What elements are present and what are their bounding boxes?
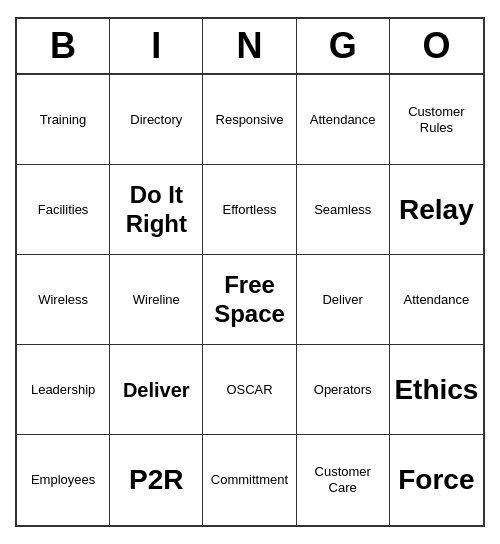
bingo-grid: TrainingDirectoryResponsiveAttendanceCus… [17, 75, 483, 525]
bingo-cell: Seamless [297, 165, 390, 255]
bingo-cell: Committment [203, 435, 296, 525]
bingo-cell: Ethics [390, 345, 483, 435]
bingo-cell: OSCAR [203, 345, 296, 435]
bingo-cell: P2R [110, 435, 203, 525]
bingo-cell: Customer Rules [390, 75, 483, 165]
header-letter: I [110, 19, 203, 73]
bingo-cell: Wireline [110, 255, 203, 345]
header-letter: B [17, 19, 110, 73]
bingo-cell: Free Space [203, 255, 296, 345]
bingo-cell: Operators [297, 345, 390, 435]
bingo-cell: Directory [110, 75, 203, 165]
header-letter: O [390, 19, 483, 73]
bingo-cell: Force [390, 435, 483, 525]
bingo-cell: Leadership [17, 345, 110, 435]
bingo-cell: Attendance [390, 255, 483, 345]
bingo-card: BINGO TrainingDirectoryResponsiveAttenda… [15, 17, 485, 527]
header-letter: N [203, 19, 296, 73]
bingo-cell: Effortless [203, 165, 296, 255]
bingo-cell: Relay [390, 165, 483, 255]
bingo-header: BINGO [17, 19, 483, 75]
bingo-cell: Attendance [297, 75, 390, 165]
bingo-cell: Customer Care [297, 435, 390, 525]
bingo-cell: Do It Right [110, 165, 203, 255]
bingo-cell: Deliver [110, 345, 203, 435]
bingo-cell: Wireless [17, 255, 110, 345]
bingo-cell: Employees [17, 435, 110, 525]
bingo-cell: Deliver [297, 255, 390, 345]
bingo-cell: Training [17, 75, 110, 165]
bingo-cell: Facilities [17, 165, 110, 255]
bingo-cell: Responsive [203, 75, 296, 165]
header-letter: G [297, 19, 390, 73]
